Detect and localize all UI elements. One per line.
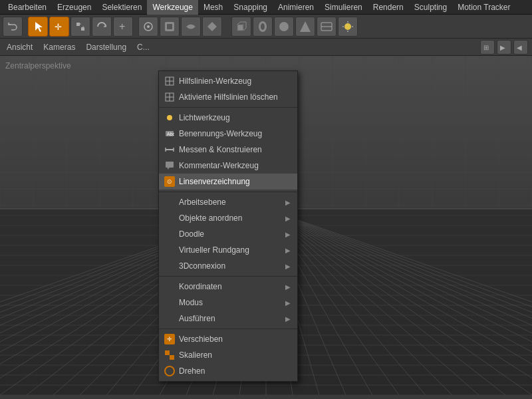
dd-item-lichtwerkzeug[interactable]: Lichtwerkzeug <box>159 110 297 126</box>
svg-marker-14 <box>300 21 311 32</box>
svg-point-12 <box>261 23 265 30</box>
toolbar-main: ✛ + <box>0 15 532 39</box>
dd-section-0: Hilfslinien-WerkzeugAktivierte Hilfslini… <box>159 71 297 108</box>
menu-bar: BearbeitenErzeugenSelektierenWerkzeugeMe… <box>0 0 532 15</box>
svg-rect-37 <box>166 162 174 168</box>
dd-submenu-arrow: ▶ <box>285 299 291 307</box>
toolbar-select[interactable] <box>28 17 48 37</box>
toolbar-cube[interactable] <box>231 17 251 37</box>
dd-submenu-arrow: ▶ <box>285 283 291 291</box>
dd-label: Benennungs-Werkzeug <box>179 129 291 138</box>
dd-icon-none <box>164 213 175 223</box>
dd-label: Arbeitsebene <box>179 198 281 207</box>
toolbar2-extra[interactable]: C... <box>134 41 152 53</box>
toolbar2-btn3[interactable]: ◀ <box>513 40 528 55</box>
toolbar2-btn1[interactable]: ⊞ <box>480 40 495 55</box>
dd-item-drehen[interactable]: Drehen <box>159 363 297 379</box>
toolbar-t2[interactable] <box>160 17 180 37</box>
toolbar-pen[interactable] <box>253 17 273 37</box>
dd-label: Lichtwerkzeug <box>179 113 291 122</box>
dd-item-objekte-anordnen[interactable]: Objekte anordnen▶ <box>159 210 297 226</box>
menu-item-simulieren[interactable]: Simulieren <box>319 0 368 15</box>
dd-item-3dconnexion[interactable]: 3Dconnexion▶ <box>159 258 297 274</box>
toolbar-move[interactable]: ✛ <box>49 17 69 37</box>
dd-icon-name: Abc <box>164 128 175 139</box>
dd-item-kommentar-werkzeug[interactable]: Kommentar-Werkzeug <box>159 158 297 174</box>
dd-icon-hilfs <box>164 92 175 102</box>
menu-item-animieren[interactable]: Animieren <box>273 0 319 15</box>
viewport-label: Zentralperspektive <box>5 61 71 70</box>
toolbar2-ansicht[interactable]: Ansicht <box>4 41 35 53</box>
svg-text:✛: ✛ <box>55 22 62 32</box>
menu-item-werkzeuge[interactable]: Werkzeuge <box>147 0 198 15</box>
svg-point-17 <box>344 23 351 30</box>
dd-label: Koordinaten <box>179 282 281 291</box>
toolbar2-kameras[interactable]: Kameras <box>41 41 78 53</box>
dd-submenu-arrow: ▶ <box>285 263 291 270</box>
dd-item-messen--konstruieren[interactable]: Messen & Konstruieren <box>159 142 297 158</box>
dd-section-2: Arbeitsebene▶Objekte anordnen▶Doodle▶Vir… <box>159 192 297 277</box>
menu-item-snapping[interactable]: Snapping <box>228 0 273 15</box>
dd-submenu-arrow: ▶ <box>285 199 291 206</box>
dd-item-linsenverzeichnung[interactable]: ⊙Linsenverzeichnung <box>159 174 297 190</box>
svg-rect-40 <box>170 355 174 360</box>
svg-rect-2 <box>81 27 84 31</box>
dd-section-3: Koordinaten▶Modus▶Ausführen▶ <box>159 277 297 329</box>
dd-icon-move: ✛ <box>164 334 175 344</box>
svg-text:▶: ▶ <box>500 44 505 51</box>
toolbar-subdiv[interactable] <box>295 17 315 37</box>
dd-item-doodle[interactable]: Doodle▶ <box>159 226 297 242</box>
svg-rect-9 <box>167 24 172 29</box>
dd-label: Skalieren <box>179 350 291 360</box>
dd-item-koordinaten[interactable]: Koordinaten▶ <box>159 279 297 295</box>
dd-item-aktivierte-hilfslinien-lschen[interactable]: Aktivierte Hilfslinien löschen <box>159 89 297 105</box>
svg-rect-1 <box>76 23 80 26</box>
svg-rect-39 <box>165 350 170 355</box>
dd-submenu-arrow: ▶ <box>285 315 291 323</box>
toolbar-rotate[interactable] <box>92 17 112 37</box>
dd-item-skalieren[interactable]: Skalieren <box>159 347 297 363</box>
dd-icon-scale <box>164 350 175 360</box>
toolbar2-btn2[interactable]: ▶ <box>497 40 511 55</box>
svg-text:Abc: Abc <box>167 132 174 136</box>
dd-item-ausfhren[interactable]: Ausführen▶ <box>159 311 297 327</box>
menu-item-bearbeiten[interactable]: Bearbeiten <box>3 0 52 15</box>
dd-icon-none <box>164 297 175 308</box>
dd-label: 3Dconnexion <box>179 261 281 271</box>
dd-item-modus[interactable]: Modus▶ <box>159 295 297 311</box>
dd-icon-none <box>164 261 175 271</box>
toolbar-sphere[interactable] <box>274 17 294 37</box>
toolbar-t3[interactable] <box>181 17 201 37</box>
dd-item-virtueller-rundgang[interactable]: Virtueller Rundgang▶ <box>159 242 297 258</box>
dd-label: Kommentar-Werkzeug <box>179 161 291 170</box>
dd-icon-none <box>164 245 175 255</box>
menu-item-mesh[interactable]: Mesh <box>198 0 228 15</box>
dd-label: Objekte anordnen <box>179 213 281 223</box>
svg-text:+: + <box>119 21 125 32</box>
toolbar-t1[interactable] <box>138 17 158 37</box>
svg-point-13 <box>279 22 289 31</box>
dd-item-benennungs-werkzeug[interactable]: AbcBenennungs-Werkzeug <box>159 126 297 142</box>
dd-label: Verschieben <box>179 334 291 344</box>
viewport[interactable]: Zentralperspektive Hilfslinien-WerkzeugA… <box>0 56 532 395</box>
toolbar-light[interactable] <box>338 17 358 37</box>
toolbar-brush[interactable] <box>317 17 336 37</box>
menu-item-rendern[interactable]: Rendern <box>368 0 409 15</box>
dd-icon-none <box>164 281 175 292</box>
menu-item-selektieren[interactable]: Selektieren <box>96 0 147 15</box>
toolbar-t4[interactable] <box>202 17 222 37</box>
menu-item-erzeugen[interactable]: Erzeugen <box>52 0 96 15</box>
dd-icon-light <box>164 112 175 123</box>
dd-label: Virtueller Rundgang <box>179 245 281 255</box>
toolbar-scale[interactable] <box>70 17 90 37</box>
menu-item-motion-tracker[interactable]: Motion Tracker <box>452 0 515 15</box>
dropdown-menu: Hilfslinien-WerkzeugAktivierte Hilfslini… <box>158 70 298 382</box>
menu-item-sculpting[interactable]: Sculpting <box>409 0 452 15</box>
dd-item-arbeitsebene[interactable]: Arbeitsebene▶ <box>159 194 297 210</box>
dd-label: Ausführen <box>179 314 281 323</box>
toolbar-undo[interactable] <box>3 17 23 37</box>
dd-item-verschieben[interactable]: ✛Verschieben <box>159 331 297 347</box>
dd-item-hilfslinien-werkzeug[interactable]: Hilfslinien-Werkzeug <box>159 73 297 89</box>
toolbar-add[interactable]: + <box>113 17 133 37</box>
toolbar2-darstellung[interactable]: Darstellung <box>83 41 129 53</box>
